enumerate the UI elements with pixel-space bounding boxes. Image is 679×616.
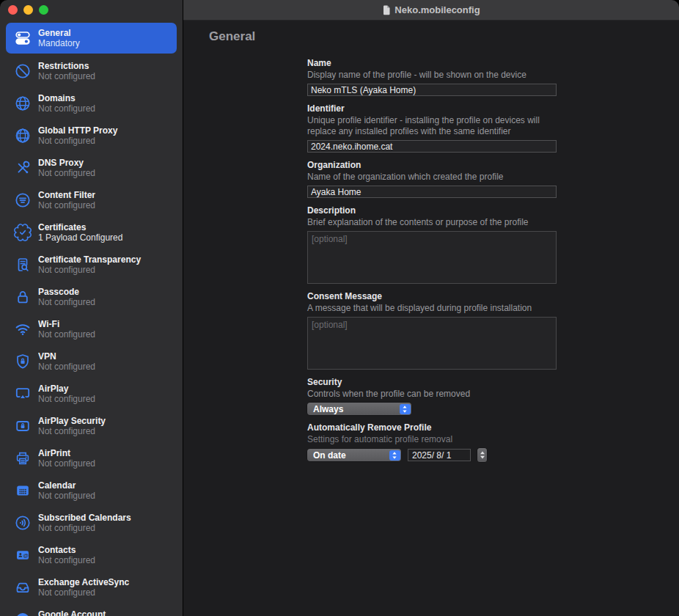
sidebar-item-exchange-activesync[interactable]: Exchange ActiveSync Not configured: [0, 571, 183, 604]
sidebar-item-title: Domains: [38, 93, 175, 103]
document-search-icon: [14, 256, 32, 274]
sidebar-item-title: General: [38, 28, 175, 38]
page-title: General: [209, 29, 255, 44]
sidebar-item-vpn[interactable]: VPN Not configured: [0, 345, 183, 378]
sidebar-item-title: VPN: [38, 351, 175, 362]
sidebar-item-calendar[interactable]: Calendar Not configured: [0, 474, 183, 507]
globe-mesh-icon: [14, 127, 32, 144]
content-area: General Name Display name of the profile…: [183, 21, 679, 616]
sidebar-item-title: Passcode: [38, 287, 175, 297]
screen-lock-icon: [14, 417, 32, 435]
printer-icon: [14, 450, 32, 467]
sidebar-item-certificates[interactable]: Certificates 1 Payload Configured: [0, 216, 183, 249]
window-titlebar[interactable]: Neko.mobileconfig: [183, 0, 679, 21]
sidebar-item-airplay-security[interactable]: AirPlay Security Not configured: [0, 410, 183, 442]
broadcast-icon: [14, 514, 32, 532]
sidebar-item-subtitle: Not configured: [38, 71, 175, 81]
sidebar-item-subtitle: Not configured: [38, 297, 175, 307]
airplay-icon: [14, 385, 32, 403]
sidebar-item-dns-proxy[interactable]: DNS Proxy Not configured: [0, 152, 183, 184]
sidebar-item-title: AirPlay: [38, 384, 175, 394]
contact-card-icon: @: [14, 546, 32, 564]
calendar-icon: [14, 482, 32, 499]
sidebar-item-global-http-proxy[interactable]: Global HTTP Proxy Not configured: [0, 120, 183, 152]
sidebar-item-subtitle: Not configured: [38, 362, 175, 372]
auto-remove-dropdown[interactable]: On date: [307, 449, 401, 461]
sidebar-item-subtitle: Not configured: [38, 555, 175, 565]
consent-textarea[interactable]: [307, 317, 557, 370]
security-description: Controls when the profile can be removed: [307, 389, 557, 400]
sidebar-item-title: Contacts: [38, 545, 175, 555]
removal-date-input[interactable]: [408, 449, 471, 461]
security-field-group: Security Controls when the profile can b…: [307, 377, 557, 415]
consent-field-group: Consent Message A message that will be d…: [307, 291, 557, 370]
auto-remove-label: Automatically Remove Profile: [307, 422, 557, 433]
sidebar-item-title: Wi-Fi: [38, 319, 175, 329]
sidebar-item-title: AirPrint: [38, 448, 175, 458]
security-label: Security: [307, 377, 557, 388]
sidebar-item-wifi[interactable]: Wi-Fi Not configured: [0, 313, 183, 345]
wifi-icon: [14, 320, 32, 338]
consent-description: A message that will be displayed during …: [307, 303, 557, 314]
payload-sidebar: General Mandatory Restrictions Not confi…: [0, 0, 183, 616]
date-stepper[interactable]: [477, 448, 487, 462]
auto-remove-description: Settings for automatic profile removal: [307, 434, 557, 445]
description-label: Description: [307, 205, 557, 216]
identifier-input[interactable]: [307, 140, 557, 153]
inbox-tray-icon: [14, 579, 32, 596]
sidebar-item-subtitle: Not configured: [38, 491, 175, 501]
general-form: Name Display name of the profile - will …: [307, 58, 557, 469]
description-textarea[interactable]: [307, 231, 557, 284]
sidebar-item-subtitle: Not configured: [38, 394, 175, 404]
sidebar-item-subtitle: Not configured: [38, 136, 175, 146]
sidebar-item-passcode[interactable]: Passcode Not configured: [0, 281, 183, 313]
sidebar-item-contacts[interactable]: @ Contacts Not configured: [0, 539, 183, 571]
sidebar-item-title: AirPlay Security: [38, 416, 175, 426]
sidebar-item-title: Certificate Transparency: [38, 254, 175, 265]
svg-text:@: @: [23, 552, 29, 559]
sidebar-item-title: Calendar: [38, 480, 175, 491]
minimize-window-button[interactable]: [23, 5, 33, 15]
sidebar-item-subtitle: 1 Payload Configured: [38, 232, 175, 243]
organization-input[interactable]: [307, 186, 557, 198]
sidebar-item-subtitle: Not configured: [38, 426, 175, 436]
sidebar-item-title: DNS Proxy: [38, 158, 175, 168]
zoom-window-button[interactable]: [39, 5, 48, 15]
description-description: Brief explanation of the contents or pur…: [307, 217, 557, 228]
google-mail-icon: [14, 611, 32, 616]
window-title: Neko.mobileconfig: [394, 4, 480, 15]
seal-check-icon: [14, 224, 32, 241]
sidebar-item-subtitle: Not configured: [38, 265, 175, 275]
sidebar-item-general[interactable]: General Mandatory: [6, 23, 177, 54]
stepper-up-icon: [480, 451, 485, 455]
sidebar-item-content-filter[interactable]: Content Filter Not configured: [0, 184, 183, 216]
sidebar-item-subtitle: Not configured: [38, 458, 175, 469]
consent-label: Consent Message: [307, 291, 557, 302]
organization-field-group: Organization Name of the organization wh…: [307, 160, 557, 198]
name-field-group: Name Display name of the profile - will …: [307, 58, 557, 96]
sidebar-item-subtitle: Not configured: [38, 329, 175, 340]
sidebar-item-airplay[interactable]: AirPlay Not configured: [0, 378, 183, 410]
close-window-button[interactable]: [8, 5, 18, 15]
sidebar-item-google-account[interactable]: Google Account Not configured: [0, 604, 183, 616]
sidebar-item-airprint[interactable]: AirPrint Not configured: [0, 442, 183, 474]
window-controls: [8, 5, 48, 15]
auto-remove-controls: On date: [307, 448, 557, 462]
security-dropdown[interactable]: Always: [307, 403, 411, 415]
sidebar-item-subscribed-calendars[interactable]: Subscribed Calendars Not configured: [0, 507, 183, 539]
stepper-down-icon: [480, 455, 485, 459]
filter-circle-icon: [14, 191, 32, 209]
sidebar-item-title: Restrictions: [38, 61, 175, 71]
sidebar-item-domains[interactable]: Domains Not configured: [0, 87, 183, 120]
auto-remove-dropdown-value: On date: [313, 450, 346, 461]
sidebar-item-restrictions[interactable]: Restrictions Not configured: [0, 55, 183, 87]
document-icon: [382, 4, 391, 15]
sidebar-item-certificate-transparency[interactable]: Certificate Transparency Not configured: [0, 249, 183, 281]
chevron-up-down-icon: [389, 450, 400, 461]
sidebar-item-title: Exchange ActiveSync: [38, 577, 175, 587]
name-input[interactable]: [307, 84, 557, 96]
name-label: Name: [307, 58, 557, 69]
sidebar-item-title: Global HTTP Proxy: [38, 125, 175, 136]
sidebar-item-subtitle: Not configured: [38, 587, 175, 598]
sidebar-item-title: Content Filter: [38, 190, 175, 200]
